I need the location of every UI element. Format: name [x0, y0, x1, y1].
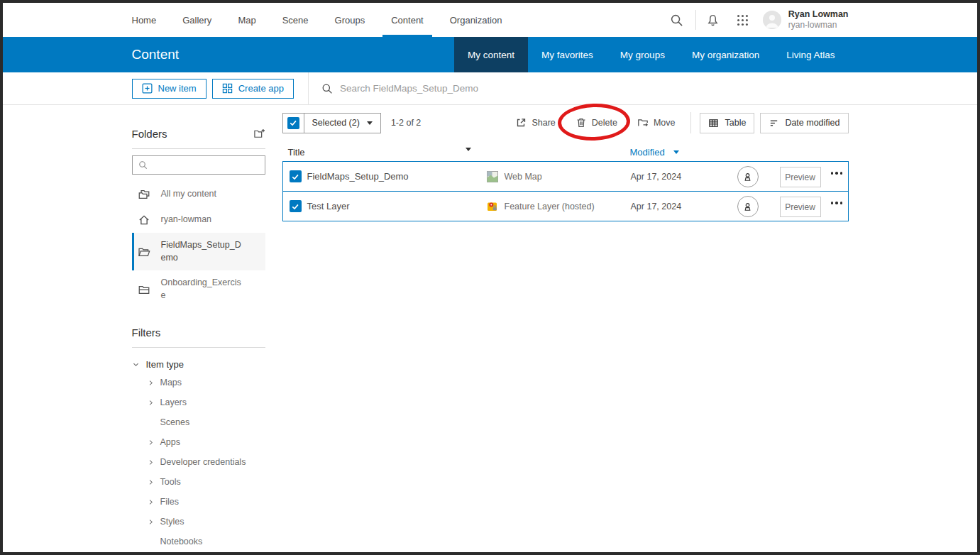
content-search-input[interactable]	[340, 83, 848, 94]
share-button[interactable]: Share	[508, 113, 562, 133]
sort-date-modified-button[interactable]: Date modified	[760, 113, 848, 133]
search-icon	[138, 160, 148, 170]
preview-button[interactable]: Preview	[780, 197, 821, 217]
filters-heading: Filters	[132, 326, 161, 339]
trash-icon	[576, 117, 587, 128]
selected-dropdown[interactable]: Selected (2)	[304, 114, 380, 133]
new-item-button[interactable]: New item	[132, 79, 207, 99]
filter-item-apps[interactable]: Apps	[132, 432, 265, 452]
folder-item-onboarding-exercise[interactable]: Onboarding_Exercise	[132, 270, 265, 308]
filter-group-label: Item type	[146, 359, 184, 370]
nav-item-groups[interactable]: Groups	[335, 3, 365, 37]
move-label: Move	[654, 118, 676, 128]
item-modified-date: Apr 17, 2024	[631, 202, 682, 211]
app-grid-icon	[222, 83, 233, 94]
filter-label: Maps	[160, 378, 182, 388]
filter-item-notebooks[interactable]: Notebooks	[132, 532, 265, 551]
more-options-icon[interactable]	[831, 172, 843, 175]
chevron-down-icon	[132, 361, 140, 368]
folder-item-all-my-content[interactable]: All my content	[132, 182, 265, 207]
owner-person-icon[interactable]	[737, 196, 759, 217]
filter-item-tools[interactable]: Tools	[132, 472, 265, 492]
filter-label: Styles	[160, 517, 185, 527]
column-header-title[interactable]: Title	[288, 147, 305, 158]
app-launcher-grid-icon[interactable]	[736, 13, 750, 27]
chevron-right-icon	[148, 519, 154, 525]
nav-item-home[interactable]: Home	[132, 3, 157, 37]
row-checkbox[interactable]	[290, 200, 302, 212]
table-view-button[interactable]: Table	[700, 113, 754, 133]
create-app-button[interactable]: Create app	[212, 79, 294, 99]
chevron-spacer	[148, 419, 154, 426]
nav-item-scene[interactable]: Scene	[282, 3, 309, 37]
title-sort-caret-icon[interactable]	[466, 148, 471, 151]
filter-item-maps[interactable]: Maps	[132, 373, 265, 392]
folder-icon	[138, 283, 150, 296]
divider	[132, 347, 265, 348]
folder-label: ryan-lowman	[161, 214, 245, 226]
select-all-checkbox[interactable]	[283, 114, 304, 133]
table-row-fieldmaps-setup-demo[interactable]: FieldMaps_Setup_Demo Web Map Apr 17, 202…	[282, 161, 849, 192]
content-tabs: My content My favorites My groups My org…	[454, 37, 848, 72]
home-icon	[138, 214, 150, 226]
search-icon[interactable]	[670, 13, 684, 27]
all-content-icon	[138, 188, 150, 201]
move-button[interactable]: Move	[630, 113, 683, 133]
tab-my-content[interactable]: My content	[454, 37, 528, 72]
nav-item-content[interactable]: Content	[391, 3, 424, 37]
filter-label: Layers	[160, 397, 187, 407]
sort-label: Date modified	[785, 118, 839, 128]
filter-group-item-type[interactable]: Item type	[132, 359, 265, 370]
move-folder-icon	[637, 117, 649, 128]
owner-person-icon[interactable]	[737, 166, 759, 187]
delete-button[interactable]: Delete	[568, 113, 624, 133]
filter-label: Notebooks	[160, 537, 203, 546]
filter-item-styles[interactable]: Styles	[132, 512, 265, 532]
filter-item-developer-credentials[interactable]: Developer credentials	[132, 452, 265, 472]
chevron-spacer	[148, 539, 154, 545]
more-options-icon[interactable]	[831, 202, 843, 204]
filter-item-layers[interactable]: Layers	[132, 392, 265, 412]
tab-my-organization[interactable]: My organization	[678, 37, 773, 72]
web-map-icon	[487, 171, 498, 182]
user-name: Ryan Lowman	[788, 9, 849, 21]
new-folder-icon[interactable]	[253, 128, 265, 140]
folder-item-ryan-lowman[interactable]: ryan-lowman	[132, 207, 265, 233]
filter-label: Tools	[160, 477, 181, 487]
folder-label: All my content	[161, 188, 245, 201]
item-title[interactable]: FieldMaps_Setup_Demo	[307, 171, 409, 182]
result-range: 1-2 of 2	[391, 118, 421, 128]
item-title[interactable]: Test Layer	[307, 201, 350, 211]
chevron-right-icon	[148, 380, 154, 386]
create-app-label: Create app	[238, 83, 284, 94]
action-row: New item Create app	[3, 72, 977, 105]
column-header-modified[interactable]: Modified	[630, 147, 679, 158]
table-row-test-layer[interactable]: Test Layer Feature Layer (hosted) Apr 17…	[282, 191, 849, 221]
top-nav: Home Gallery Map Scene Groups Content Or…	[3, 3, 977, 37]
folder-search-input[interactable]	[152, 160, 262, 170]
tab-my-favorites[interactable]: My favorites	[528, 37, 607, 72]
user-info[interactable]: Ryan Lowman ryan-lowman	[788, 9, 849, 31]
search-icon	[321, 83, 333, 94]
app-window: Home Gallery Map Scene Groups Content Or…	[0, 0, 980, 555]
share-icon	[515, 117, 527, 128]
filter-label: Files	[160, 497, 179, 507]
chevron-right-icon	[148, 459, 154, 466]
tab-living-atlas[interactable]: Living Atlas	[773, 37, 848, 72]
preview-button[interactable]: Preview	[780, 167, 821, 187]
tab-my-groups[interactable]: My groups	[607, 37, 678, 72]
nav-item-map[interactable]: Map	[238, 3, 255, 37]
plus-square-icon	[142, 83, 153, 94]
nav-item-organization[interactable]: Organization	[450, 3, 502, 37]
page-header-bar: Content My content My favorites My group…	[3, 37, 977, 72]
new-item-label: New item	[158, 83, 197, 94]
filter-item-files[interactable]: Files	[132, 492, 265, 512]
notifications-bell-icon[interactable]	[706, 13, 720, 27]
filter-item-scenes[interactable]: Scenes	[132, 412, 265, 432]
filter-item-insights[interactable]: Insights	[132, 551, 265, 555]
folder-item-fieldmaps-setup-demo[interactable]: FieldMaps_Setup_Demo	[132, 233, 265, 270]
row-checkbox[interactable]	[290, 170, 302, 182]
item-type: Web Map	[487, 171, 542, 182]
user-avatar[interactable]	[763, 11, 781, 29]
nav-item-gallery[interactable]: Gallery	[182, 3, 211, 37]
